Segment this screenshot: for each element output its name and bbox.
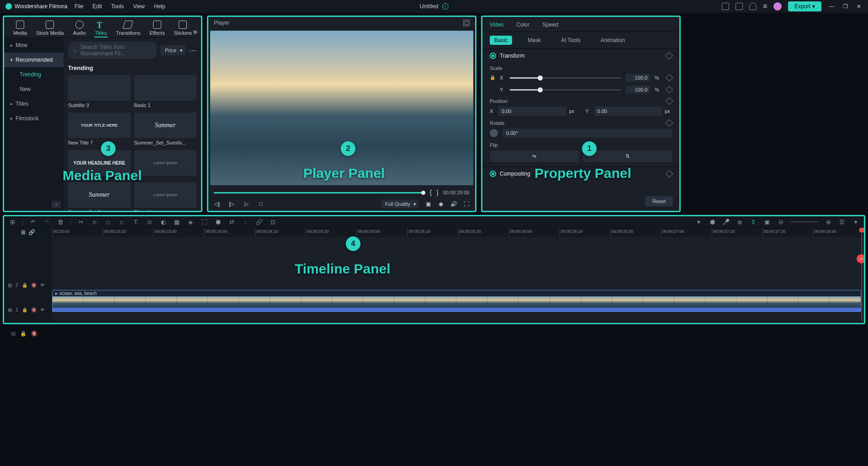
marker2-icon[interactable]: ⬢ — [709, 218, 716, 225]
menu-file[interactable]: File — [74, 3, 83, 10]
snapshot-icon[interactable]: ◉ — [438, 201, 444, 207]
mark-out-icon[interactable]: } — [436, 189, 439, 196]
lock-icon[interactable]: 🔒 — [490, 75, 495, 80]
search-input[interactable]: ⌕Search Titles from Wondershare Fil... — [68, 42, 157, 59]
tab-mask[interactable]: Mask — [523, 36, 545, 45]
tab-speed[interactable]: Speed — [542, 21, 558, 28]
flip-horizontal-button[interactable]: ⇋ — [490, 150, 579, 162]
scale-x-slider[interactable] — [510, 77, 621, 79]
color-icon[interactable]: ◐ — [159, 218, 167, 225]
price-dropdown[interactable]: Price — [160, 45, 185, 55]
fit-icon[interactable]: ⛶ — [201, 218, 208, 225]
timeline-tracks[interactable]: 00:23:0000:00:23:1000:00:23:2000:00:24:0… — [52, 228, 864, 321]
title-thumb[interactable]: Lorem IpsumTitle_41 — [134, 182, 197, 211]
minimize-icon[interactable]: — — [828, 3, 835, 10]
export-button[interactable]: Export▾ — [788, 1, 821, 11]
scale-x-input[interactable]: 100.0 — [625, 74, 650, 82]
zoom-out-icon[interactable]: ⊖ — [777, 218, 784, 225]
group-icon[interactable]: ⊡ — [269, 218, 276, 225]
mute-icon[interactable]: 🔇 — [31, 283, 37, 288]
lock-tl-icon[interactable]: ▣ — [763, 218, 771, 225]
redo-icon[interactable]: ↷ — [43, 218, 50, 225]
rotate-reset-icon[interactable] — [666, 119, 673, 127]
transform-reset-icon[interactable] — [666, 52, 673, 60]
title-thumb[interactable]: SummerSummer Set Sunshin... — [68, 182, 131, 211]
link-icon[interactable]: 🔗 — [255, 218, 263, 225]
scale-y-input[interactable]: 100.0 — [625, 86, 650, 94]
speed-icon[interactable]: ⊙ — [146, 218, 153, 225]
marker-icon[interactable]: ◇ — [105, 218, 112, 225]
tab-audio[interactable]: Audio — [73, 21, 86, 36]
compositing-toggle[interactable] — [490, 171, 496, 177]
flip-vertical-button[interactable]: ⇅ — [583, 150, 672, 162]
position-x-input[interactable]: 0.00 — [498, 107, 566, 116]
track-head-2[interactable]: ▤2 🔒 🔇 👁 — [4, 273, 52, 297]
tracks-view-icon[interactable]: ☰ — [838, 218, 846, 225]
timeline-ruler[interactable]: 00:23:0000:00:23:1000:00:23:2000:00:24:0… — [52, 228, 864, 237]
text-icon[interactable]: T — [132, 218, 139, 225]
tab-media[interactable]: Media — [13, 21, 27, 36]
mixer-icon[interactable]: ≣ — [736, 218, 743, 225]
title-thumb[interactable]: Basic 1 — [134, 75, 197, 108]
video-clip[interactable]: ▸ocean, sea, beach — [52, 290, 861, 312]
tab-titles[interactable]: TTitles — [95, 21, 107, 36]
crop-icon[interactable]: ⎌ — [118, 218, 126, 225]
link-tracks-icon[interactable]: 🔗 — [28, 229, 35, 236]
cloud-icon[interactable] — [749, 3, 757, 10]
title-thumb[interactable]: YOUR TITLE HERENew Title 7 — [68, 112, 131, 145]
magnet-icon[interactable]: ⧲ — [750, 218, 757, 225]
mark-in-icon[interactable]: { — [430, 189, 432, 196]
player-progress[interactable] — [214, 192, 425, 193]
extra-track-icon[interactable]: ▤ — [11, 331, 16, 337]
menu-edit[interactable]: Edit — [93, 3, 102, 10]
sidebar-item-titles[interactable]: ▸Titles — [4, 96, 64, 111]
sidebar-item-new[interactable]: New — [4, 82, 64, 96]
menu-view[interactable]: View — [133, 3, 145, 10]
position-y-input[interactable]: 0.00 — [594, 107, 662, 116]
tab-color[interactable]: Color — [516, 21, 529, 28]
zoom-slider[interactable] — [791, 221, 818, 222]
more-icon[interactable]: ⋯ — [189, 46, 196, 55]
title-thumb[interactable]: SummerSummer_Set_Sunshi... — [134, 112, 197, 145]
scale-x-reset-icon[interactable] — [666, 74, 673, 82]
keyframe-icon[interactable]: ◈ — [187, 218, 194, 225]
menu-tools[interactable]: Tools — [111, 3, 124, 10]
adjust-icon[interactable]: ⇄ — [228, 218, 235, 225]
prev-frame-icon[interactable]: ◁| — [214, 201, 220, 207]
extra-lock-icon[interactable]: 🔒 — [20, 331, 26, 337]
tab-stock-media[interactable]: Stock Media — [36, 21, 64, 36]
fullscreen-icon[interactable]: ⛶ — [463, 201, 470, 207]
cut-icon[interactable]: ✂ — [77, 218, 85, 225]
save-icon[interactable] — [736, 3, 743, 10]
title-thumb[interactable]: Subtitle 3 — [68, 75, 131, 108]
transform-toggle[interactable] — [490, 53, 496, 59]
audio-icon[interactable]: ♪ — [242, 218, 249, 225]
expand-tabs-icon[interactable]: » — [193, 27, 197, 37]
split-icon[interactable]: ⎋ — [91, 218, 98, 225]
tracks-more-icon[interactable]: ▾ — [852, 218, 859, 225]
scale-y-reset-icon[interactable] — [666, 86, 673, 94]
delete-icon[interactable]: 🗑 — [57, 218, 64, 225]
sidebar-item-recommended[interactable]: ▾Recommended — [4, 53, 64, 67]
menu-help[interactable]: Help — [154, 3, 165, 10]
prev-page-icon[interactable]: ‹ — [52, 201, 61, 208]
hamburger-icon[interactable]: ≡ — [763, 2, 767, 11]
cut-badge-icon[interactable]: ✂ — [857, 254, 864, 263]
visibility-icon[interactable]: 👁 — [40, 283, 45, 288]
quality-dropdown[interactable]: Full Quality — [381, 200, 418, 208]
sidebar-item-filmstock[interactable]: ▸Filmstock — [4, 111, 64, 126]
zoom-in-icon[interactable]: ⊕ — [825, 218, 832, 225]
tag-icon[interactable]: ⬣ — [214, 218, 222, 225]
avatar[interactable] — [773, 2, 782, 11]
volume-icon[interactable]: 🔊 — [450, 201, 457, 207]
tab-animation[interactable]: Animation — [596, 36, 629, 45]
tl-select-icon[interactable]: ⊞ — [9, 218, 16, 225]
rotate-dial[interactable] — [490, 129, 498, 137]
rotate-input[interactable]: 0.00° — [503, 129, 672, 138]
position-reset-icon[interactable] — [666, 97, 673, 105]
sidebar-item-trending[interactable]: Trending — [4, 67, 64, 82]
lock-track-icon[interactable]: 🔒 — [22, 307, 27, 312]
track-head-1[interactable]: ▤1 🔒 🔇 👁 — [4, 297, 52, 322]
play-icon[interactable]: ▷ — [243, 201, 249, 207]
undo-icon[interactable]: ↶ — [29, 218, 37, 225]
